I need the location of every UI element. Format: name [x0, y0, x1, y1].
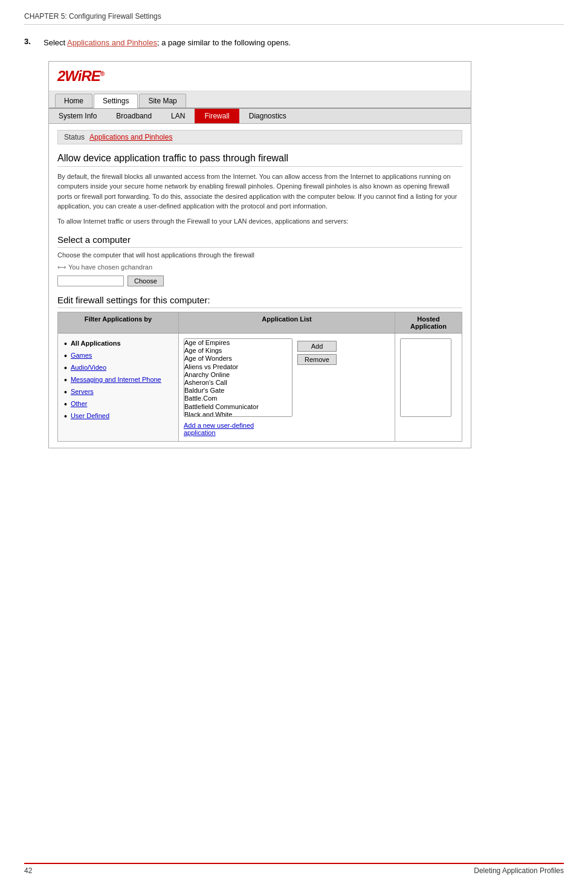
- nav-broadband[interactable]: Broadband: [106, 109, 161, 123]
- select-computer-desc: Choose the computer that will host appli…: [57, 251, 462, 259]
- filter-audio-video: • Audio/Video: [64, 364, 172, 372]
- chapter-title: CHAPTER 5: Configuring Firewall Settings: [24, 12, 161, 21]
- edit-fw-heading: Edit firewall settings for this computer…: [57, 295, 462, 308]
- filter-link-messaging[interactable]: Messaging and Internet Phone: [71, 376, 161, 383]
- bullet-all: •: [64, 340, 67, 348]
- list-item[interactable]: Black and White: [184, 411, 292, 417]
- nav-tabs: Home Settings Site Map: [49, 91, 471, 109]
- hosted-application-listbox[interactable]: [400, 338, 451, 417]
- add-remove-area: Add Remove: [297, 341, 337, 365]
- filter-messaging: • Messaging and Internet Phone: [64, 376, 172, 384]
- bullet-audio: •: [64, 364, 67, 372]
- content-area: Status Applications and Pinholes Allow d…: [49, 124, 471, 448]
- list-item[interactable]: Age of Empires: [184, 339, 292, 347]
- app-list-area: Age of Empires Age of Kings Age of Wonde…: [184, 338, 292, 417]
- tab-sitemap[interactable]: Site Map: [139, 94, 186, 108]
- filter-all-applications: • All Applications: [64, 340, 172, 348]
- fw-table-body: • All Applications • Games • Audio/Video: [58, 334, 462, 441]
- filter-link-games[interactable]: Games: [71, 352, 92, 359]
- applications-pinholes-link[interactable]: Applications and Pinholes: [67, 38, 157, 47]
- bullet-other: •: [64, 400, 67, 408]
- list-item[interactable]: Battle.Com: [184, 395, 292, 402]
- chosen-indicator: You have chosen gchandran: [57, 263, 462, 271]
- list-item[interactable]: Battlefield Communicator: [184, 403, 292, 411]
- bullet-messaging: •: [64, 376, 67, 384]
- main-nav: System Info Broadband LAN Firewall Diagn…: [49, 109, 471, 124]
- bullet-games: •: [64, 352, 67, 360]
- remove-button[interactable]: Remove: [297, 354, 337, 365]
- filter-user-defined: • User Defined: [64, 412, 172, 421]
- chosen-text: You have chosen gchandran: [68, 263, 152, 271]
- nav-firewall[interactable]: Firewall: [195, 109, 239, 123]
- list-item[interactable]: Aliens vs Predator: [184, 363, 292, 371]
- list-item[interactable]: Age of Wonders: [184, 355, 292, 363]
- hosted-col: [395, 334, 462, 441]
- filter-link-audio[interactable]: Audio/Video: [71, 364, 106, 371]
- status-label: Status: [64, 133, 85, 141]
- filter-link-other[interactable]: Other: [71, 400, 88, 407]
- page-footer: 42 Deleting Application Profiles: [24, 863, 564, 875]
- filter-other: • Other: [64, 400, 172, 408]
- bullet-servers: •: [64, 388, 67, 396]
- list-item[interactable]: Anarchy Online: [184, 371, 292, 379]
- computer-select-row: Choose: [57, 276, 462, 286]
- filter-link-user-defined[interactable]: User Defined: [71, 412, 109, 419]
- fw-table: Filter Applications by Application List …: [57, 312, 462, 442]
- nav-system-info[interactable]: System Info: [49, 109, 106, 123]
- bullet-user-defined: •: [64, 412, 67, 421]
- filter-servers: • Servers: [64, 388, 172, 396]
- col-applist-header: Application List: [179, 312, 395, 333]
- nav-diagnostics[interactable]: Diagnostics: [239, 109, 296, 123]
- select-computer-heading: Select a computer: [57, 234, 462, 248]
- 2wire-logo: 2WiRE®: [57, 68, 462, 85]
- fw-table-header: Filter Applications by Application List …: [58, 312, 462, 334]
- footer-right-text: Deleting Application Profiles: [474, 866, 564, 875]
- step-text: Select Applications and Pinholes; a page…: [44, 37, 291, 49]
- filter-link-servers[interactable]: Servers: [71, 388, 94, 395]
- description1: By default, the firewall blocks all unwa…: [57, 172, 462, 211]
- add-button[interactable]: Add: [297, 341, 337, 352]
- page-number: 42: [24, 866, 32, 875]
- computer-input[interactable]: [57, 276, 124, 286]
- logo-bar: 2WiRE®: [49, 62, 471, 91]
- app-col: Age of Empires Age of Kings Age of Wonde…: [179, 334, 395, 441]
- filter-label-all: All Applications: [71, 340, 121, 347]
- step-number: 3.: [24, 37, 36, 46]
- step-text-after: ; a page similar to the following opens.: [157, 38, 291, 47]
- filter-games: • Games: [64, 352, 172, 360]
- nav-lan[interactable]: LAN: [161, 109, 195, 123]
- step-text-before: Select: [44, 38, 67, 47]
- list-item[interactable]: Age of Kings: [184, 347, 292, 355]
- col-hosted-header: Hosted Application: [395, 312, 462, 333]
- main-heading: Allow device application traffic to pass…: [57, 153, 462, 167]
- step-row: 3. Select Applications and Pinholes; a p…: [24, 37, 564, 49]
- filter-col: • All Applications • Games • Audio/Video: [58, 334, 179, 441]
- add-user-defined-link[interactable]: Add a new user-defined application: [184, 422, 390, 436]
- col-filter-header: Filter Applications by: [58, 312, 179, 333]
- list-item[interactable]: Baldur's Gate: [184, 387, 292, 395]
- chapter-header: CHAPTER 5: Configuring Firewall Settings: [24, 12, 564, 25]
- status-bar: Status Applications and Pinholes: [57, 130, 462, 144]
- tab-home[interactable]: Home: [55, 94, 92, 108]
- status-link[interactable]: Applications and Pinholes: [89, 133, 172, 141]
- application-listbox[interactable]: Age of Empires Age of Kings Age of Wonde…: [184, 338, 292, 417]
- browser-ui: 2WiRE® Home Settings Site Map System Inf…: [48, 61, 471, 449]
- app-hosted-wrapper: Age of Empires Age of Kings Age of Wonde…: [184, 338, 390, 417]
- choose-button[interactable]: Choose: [128, 276, 164, 286]
- description2: To allow Internet traffic or users throu…: [57, 216, 462, 227]
- list-item[interactable]: Asheron's Call: [184, 379, 292, 387]
- tab-settings[interactable]: Settings: [94, 94, 138, 108]
